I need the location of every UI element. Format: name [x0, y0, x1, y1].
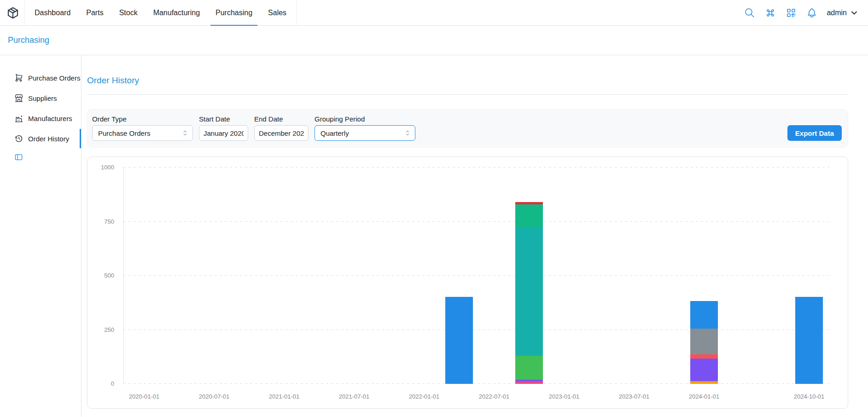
start-date-field: Start Date: [199, 115, 248, 141]
x-axis-tick-label: 2021-07-01: [339, 393, 370, 400]
tab-dashboard[interactable]: Dashboard: [27, 0, 78, 25]
user-menu[interactable]: admin: [827, 8, 859, 17]
main-nav-tabs: Dashboard Parts Stock Manufacturing Purc…: [24, 0, 297, 25]
y-axis-tick-label: 250: [104, 326, 114, 334]
package-box-icon: [6, 6, 20, 20]
tab-sales[interactable]: Sales: [260, 0, 294, 25]
shopping-cart-icon: [14, 73, 23, 82]
gridline: [123, 383, 829, 384]
x-axis-tick-label: 2024-10-01: [794, 393, 825, 400]
x-axis-tick-label: 2021-01-01: [269, 393, 300, 400]
page-title: Order History: [87, 75, 848, 86]
top-navbar: Dashboard Parts Stock Manufacturing Purc…: [0, 0, 868, 26]
app-window: Dashboard Parts Stock Manufacturing Purc…: [0, 0, 868, 417]
grouping-period-field: Grouping Period Quarterly: [315, 115, 415, 141]
chevron-up-down-icon: [181, 129, 189, 137]
tab-purchasing[interactable]: Purchasing: [208, 0, 260, 25]
y-axis-line: [123, 168, 124, 384]
bell-icon[interactable]: [806, 7, 818, 19]
y-axis-tick-label: 750: [104, 218, 114, 226]
bar-segment[interactable]: [515, 356, 543, 380]
gridline: [123, 167, 829, 168]
breadcrumb: Purchasing: [0, 26, 868, 55]
building-store-icon: [14, 93, 23, 103]
bar-segment[interactable]: [515, 380, 543, 382]
command-icon[interactable]: [764, 7, 776, 19]
bar-segment[interactable]: [690, 354, 718, 358]
grouping-period-value: Quarterly: [320, 129, 400, 137]
x-axis-tick-label: 2022-01-01: [409, 393, 440, 400]
export-data-button[interactable]: Export Data: [787, 125, 842, 141]
sidebar-item-label: Suppliers: [28, 94, 57, 102]
order-type-value: Purchase Orders: [98, 129, 178, 137]
x-axis-tick-label: 2020-01-01: [129, 393, 160, 400]
chart-plot: 2020-01-012020-07-012021-01-012021-07-01…: [123, 168, 829, 384]
layout-sidebar-icon: [14, 153, 23, 162]
x-axis-tick-label: 2024-01-01: [689, 393, 720, 400]
bar-segment[interactable]: [795, 297, 823, 384]
end-date-label: End Date: [254, 115, 309, 123]
order-type-select[interactable]: Purchase Orders: [92, 125, 193, 141]
search-icon[interactable]: [744, 7, 756, 19]
bar-segment[interactable]: [515, 204, 543, 227]
purchasing-sidebar: Purchase Orders Suppliers Manufacturers: [0, 55, 82, 417]
bar-segment[interactable]: [690, 329, 718, 354]
bar-segment[interactable]: [515, 227, 543, 356]
filter-panel: Order Type Purchase Orders Start Date En…: [87, 109, 848, 148]
tab-parts[interactable]: Parts: [78, 0, 111, 25]
order-history-chart-card: 02505007501000 2020-01-012020-07-012021-…: [87, 156, 848, 409]
gridline: [123, 221, 829, 222]
chart-y-labels: 02505007501000: [87, 168, 119, 384]
content-area: Purchase Orders Suppliers Manufacturers: [0, 55, 868, 417]
sidebar-item-label: Purchase Orders: [28, 74, 80, 82]
bar-segment[interactable]: [445, 297, 473, 384]
start-date-input[interactable]: [199, 125, 248, 141]
tab-stock[interactable]: Stock: [111, 0, 146, 25]
gridline: [123, 330, 829, 330]
bar-segment[interactable]: [515, 202, 543, 204]
end-date-field: End Date: [254, 115, 309, 141]
bar-segment[interactable]: [690, 359, 718, 381]
app-logo[interactable]: [0, 0, 24, 25]
order-type-field: Order Type Purchase Orders: [92, 115, 193, 141]
chevron-down-icon: [850, 8, 859, 17]
y-axis-tick-label: 500: [104, 272, 114, 279]
sidebar-item-manufacturers[interactable]: Manufacturers: [0, 108, 81, 128]
qrcode-scan-icon[interactable]: [785, 7, 797, 19]
gridline: [123, 275, 829, 276]
grouping-period-select[interactable]: Quarterly: [315, 125, 415, 141]
x-axis-tick-label: 2020-07-01: [199, 393, 230, 400]
navbar-actions: admin: [744, 0, 868, 25]
start-date-label: Start Date: [199, 115, 248, 123]
y-axis-tick-label: 0: [111, 380, 114, 388]
bar-segment[interactable]: [515, 381, 543, 384]
end-date-input[interactable]: [254, 125, 309, 141]
grouping-period-label: Grouping Period: [315, 115, 415, 123]
tab-manufacturing[interactable]: Manufacturing: [146, 0, 208, 25]
sidebar-item-order-history[interactable]: Order History: [0, 128, 81, 149]
bar-segment[interactable]: [690, 301, 718, 328]
x-axis-tick-label: 2023-07-01: [619, 393, 650, 400]
order-type-label: Order Type: [92, 115, 193, 123]
username-label: admin: [827, 9, 847, 17]
history-clock-icon: [14, 134, 23, 143]
sidebar-item-label: Order History: [28, 135, 69, 143]
bar-segment[interactable]: [690, 381, 718, 384]
chevron-up-down-icon: [404, 129, 411, 137]
y-axis-tick-label: 1000: [101, 164, 114, 171]
factory-icon: [14, 114, 23, 123]
breadcrumb-purchasing-link[interactable]: Purchasing: [8, 35, 49, 45]
sidebar-item-label: Manufacturers: [28, 115, 72, 122]
x-axis-tick-label: 2023-01-01: [549, 393, 580, 400]
main-panel: Order History Order Type Purchase Orders…: [82, 55, 868, 417]
sidebar-item-purchase-orders[interactable]: Purchase Orders: [0, 68, 81, 88]
sidebar-item-suppliers[interactable]: Suppliers: [0, 88, 81, 108]
title-divider: [87, 94, 848, 95]
x-axis-tick-label: 2022-07-01: [479, 393, 510, 400]
collapse-sidebar-button[interactable]: [14, 153, 24, 163]
